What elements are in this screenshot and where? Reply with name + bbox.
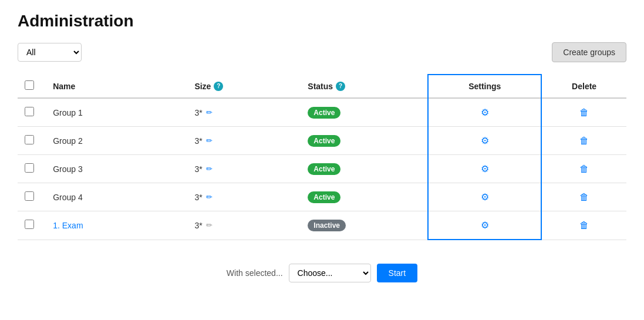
edit-size-icon[interactable]: ✏ [206,221,213,230]
status-header-label: Status [308,82,333,91]
groups-table: Name Size ? Status ? Settings [18,74,626,240]
group-name-link[interactable]: Group 1 [53,108,83,117]
delete-button[interactable]: 🗑 [575,190,594,205]
select-all-checkbox[interactable] [25,80,34,90]
row-status-cell: Inactive [301,211,428,240]
row-delete-cell: 🗑 [541,183,626,211]
settings-button[interactable]: ⚙ [476,161,494,177]
row-delete-cell: 🗑 [541,98,626,127]
toolbar: All Active Inactive Create groups [18,42,626,62]
row-name-cell: Group 4 [46,183,187,211]
status-badge: Active [308,135,340,147]
size-header-label: Size [194,82,211,91]
row-name-cell: 1. Exam [46,211,187,240]
group-name-link[interactable]: Group 2 [53,136,83,146]
row-name-cell: Group 1 [46,98,187,127]
row-delete-cell: 🗑 [541,211,626,240]
row-checkbox-cell [18,183,46,211]
status-badge: Inactive [308,220,346,231]
row-size-cell: 3* ✏ [187,98,301,127]
table-row: Group 1 3* ✏ Active ⚙ 🗑 [18,98,626,127]
row-checkbox[interactable] [25,220,34,229]
header-size: Size ? [187,75,301,98]
size-value: 3* [194,108,202,117]
edit-size-icon[interactable]: ✏ [206,193,213,201]
header-checkbox-col [18,75,46,98]
table-row: Group 3 3* ✏ Active ⚙ 🗑 [18,155,626,183]
settings-button[interactable]: ⚙ [476,189,494,205]
row-checkbox-cell [18,155,46,183]
status-badge: Active [308,107,340,119]
footer-bar: With selected... Choose... Delete Activa… [18,258,626,288]
edit-size-icon[interactable]: ✏ [206,164,213,173]
header-delete: Delete [541,75,626,98]
status-badge: Active [308,191,340,203]
row-delete-cell: 🗑 [541,155,626,183]
row-size-cell: 3* ✏ [187,183,301,211]
page-title: Administration [18,12,626,31]
row-size-cell: 3* ✏ [187,155,301,183]
row-size-cell: 3* ✏ [187,127,301,155]
settings-button[interactable]: ⚙ [476,133,494,149]
row-settings-cell: ⚙ [428,127,541,155]
table-row: 1. Exam 3* ✏ Inactive ⚙ 🗑 [18,211,626,240]
size-value: 3* [194,164,202,174]
group-name-link[interactable]: Group 4 [53,193,83,202]
settings-button[interactable]: ⚙ [476,105,494,120]
delete-button[interactable]: 🗑 [575,105,594,120]
row-size-cell: 3* ✏ [187,211,301,240]
row-checkbox[interactable] [25,191,34,201]
with-selected-label: With selected... [227,268,283,278]
row-status-cell: Active [301,155,428,183]
status-badge: Active [308,163,340,175]
row-name-cell: Group 2 [46,127,187,155]
name-header-label: Name [53,82,75,91]
row-delete-cell: 🗑 [541,127,626,155]
edit-size-icon[interactable]: ✏ [206,108,213,117]
row-status-cell: Active [301,127,428,155]
row-checkbox[interactable] [25,135,34,144]
edit-size-icon[interactable]: ✏ [206,136,213,145]
size-value: 3* [194,193,202,202]
header-status: Status ? [301,75,428,98]
settings-button[interactable]: ⚙ [476,217,494,233]
row-settings-cell: ⚙ [428,155,541,183]
row-settings-cell: ⚙ [428,98,541,127]
table-row: Group 2 3* ✏ Active ⚙ 🗑 [18,127,626,155]
size-value: 3* [194,221,202,230]
row-checkbox-cell [18,127,46,155]
group-name-link[interactable]: Group 3 [53,164,83,174]
table-row: Group 4 3* ✏ Active ⚙ 🗑 [18,183,626,211]
row-status-cell: Active [301,183,428,211]
row-settings-cell: ⚙ [428,183,541,211]
row-status-cell: Active [301,98,428,127]
status-help-icon[interactable]: ? [336,82,345,91]
start-button[interactable]: Start [377,264,418,282]
delete-header-label: Delete [572,82,596,91]
delete-button[interactable]: 🗑 [575,161,594,177]
create-groups-button[interactable]: Create groups [552,42,626,62]
row-checkbox-cell [18,98,46,127]
size-help-icon[interactable]: ? [214,82,223,91]
size-value: 3* [194,136,202,146]
filter-select[interactable]: All Active Inactive [18,43,82,62]
row-checkbox[interactable] [25,163,34,173]
header-name: Name [46,75,187,98]
row-name-cell: Group 3 [46,155,187,183]
row-settings-cell: ⚙ [428,211,541,240]
header-settings: Settings [428,75,541,98]
row-checkbox-cell [18,211,46,240]
settings-header-label: Settings [468,82,501,91]
delete-button[interactable]: 🗑 [575,218,594,233]
group-name-link[interactable]: 1. Exam [53,221,83,230]
row-checkbox[interactable] [25,107,34,116]
action-select[interactable]: Choose... Delete Activate Deactivate [289,264,371,282]
delete-button[interactable]: 🗑 [575,133,594,149]
